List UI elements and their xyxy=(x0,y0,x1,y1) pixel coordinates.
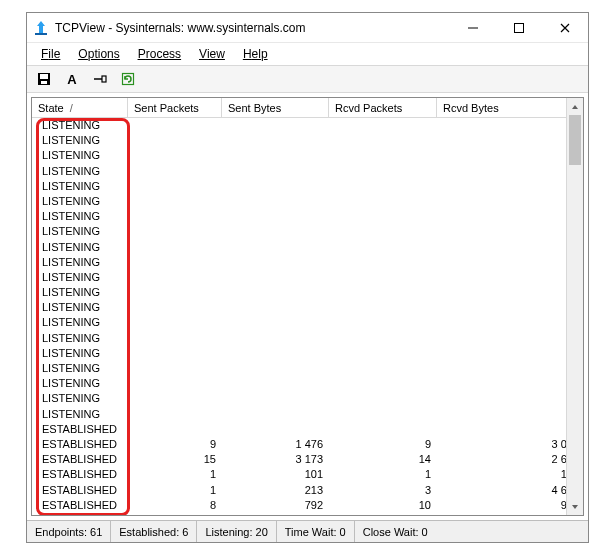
cell-sent-bytes xyxy=(222,118,329,133)
cell-sent-bytes xyxy=(222,209,329,224)
scroll-track[interactable] xyxy=(567,115,583,498)
status-established: Established: 6 xyxy=(111,521,197,542)
cell-rcvd-packets xyxy=(329,209,437,224)
cell-sent-packets xyxy=(128,407,222,422)
connector-button[interactable] xyxy=(89,68,111,90)
table-row[interactable]: LISTENING xyxy=(32,407,583,422)
col-rcvd-bytes[interactable]: Rcvd Bytes xyxy=(437,98,583,117)
cell-rcvd-bytes xyxy=(437,391,583,406)
table-row[interactable]: LISTENING xyxy=(32,209,583,224)
table-row[interactable]: LISTENING xyxy=(32,255,583,270)
cell-rcvd-bytes xyxy=(437,407,583,422)
menu-view[interactable]: View xyxy=(191,45,233,63)
cell-sent-bytes xyxy=(222,285,329,300)
cell-rcvd-packets xyxy=(329,407,437,422)
table-row[interactable]: LISTENING xyxy=(32,118,583,133)
cell-state: LISTENING xyxy=(32,391,128,406)
toolbar: A xyxy=(27,65,588,93)
cell-sent-bytes xyxy=(222,179,329,194)
table-row[interactable]: LISTENING xyxy=(32,240,583,255)
table-row[interactable]: LISTENING xyxy=(32,164,583,179)
cell-sent-bytes: 213 xyxy=(222,483,329,498)
cell-sent-bytes xyxy=(222,255,329,270)
scroll-down-button[interactable] xyxy=(567,498,583,515)
scroll-thumb[interactable] xyxy=(569,115,581,165)
cell-rcvd-bytes xyxy=(437,164,583,179)
status-timewait: Time Wait: 0 xyxy=(277,521,355,542)
menu-process[interactable]: Process xyxy=(130,45,189,63)
cell-rcvd-packets xyxy=(329,164,437,179)
table-row[interactable]: ESTABLISHED879210986 xyxy=(32,498,583,513)
vertical-scrollbar[interactable] xyxy=(566,98,583,515)
table-row[interactable]: LISTENING xyxy=(32,285,583,300)
letter-a-icon: A xyxy=(67,72,76,87)
cell-state: LISTENING xyxy=(32,361,128,376)
cell-sent-packets xyxy=(128,270,222,285)
status-closewait: Close Wait: 0 xyxy=(355,521,588,542)
cell-sent-packets xyxy=(128,255,222,270)
cell-state: LISTENING xyxy=(32,224,128,239)
table-row[interactable]: LISTENING xyxy=(32,194,583,209)
cell-rcvd-packets: 1 xyxy=(329,467,437,482)
cell-state: LISTENING xyxy=(32,240,128,255)
table-row[interactable]: LISTENING xyxy=(32,376,583,391)
col-sent-bytes[interactable]: Sent Bytes xyxy=(222,98,329,117)
table-row[interactable]: LISTENING xyxy=(32,224,583,239)
cell-rcvd-packets: 10 xyxy=(329,498,437,513)
minimize-button[interactable] xyxy=(450,13,496,42)
cell-rcvd-bytes: 2 654 xyxy=(437,452,583,467)
table-row[interactable]: LISTENING xyxy=(32,148,583,163)
close-button[interactable] xyxy=(542,13,588,42)
text-button[interactable]: A xyxy=(61,68,83,90)
table-row[interactable]: ESTABLISHED xyxy=(32,422,583,437)
col-sent-packets[interactable]: Sent Packets xyxy=(128,98,222,117)
table-row[interactable]: LISTENING xyxy=(32,270,583,285)
table-row[interactable]: LISTENING xyxy=(32,391,583,406)
cell-rcvd-bytes xyxy=(437,331,583,346)
table-row[interactable]: LISTENING xyxy=(32,315,583,330)
cell-rcvd-packets: 9 xyxy=(329,437,437,452)
col-state-label: State xyxy=(38,102,64,114)
cell-sent-packets xyxy=(128,361,222,376)
cell-sent-packets xyxy=(128,179,222,194)
cell-sent-bytes xyxy=(222,376,329,391)
table-row[interactable]: LISTENING xyxy=(32,361,583,376)
menu-file[interactable]: File xyxy=(33,45,68,63)
cell-rcvd-packets xyxy=(329,224,437,239)
save-button[interactable] xyxy=(33,68,55,90)
maximize-button[interactable] xyxy=(496,13,542,42)
app-window: TCPView - Sysinternals: www.sysinternals… xyxy=(26,12,589,543)
col-rcvd-packets[interactable]: Rcvd Packets xyxy=(329,98,437,117)
table-row[interactable]: LISTENING xyxy=(32,179,583,194)
table-row[interactable]: ESTABLISHED153 173142 654 xyxy=(32,452,583,467)
table-row[interactable]: LISTENING xyxy=(32,346,583,361)
table-row[interactable]: LISTENING xyxy=(32,331,583,346)
cell-rcvd-bytes xyxy=(437,240,583,255)
cell-sent-packets xyxy=(128,422,222,437)
svg-rect-5 xyxy=(41,81,47,84)
col-state[interactable]: State / xyxy=(32,98,128,117)
cell-state: LISTENING xyxy=(32,285,128,300)
window-controls xyxy=(450,13,588,42)
menu-help[interactable]: Help xyxy=(235,45,276,63)
table-row[interactable]: ESTABLISHED11011177 xyxy=(32,467,583,482)
cell-state: LISTENING xyxy=(32,407,128,422)
table-row[interactable]: LISTENING xyxy=(32,133,583,148)
cell-rcvd-packets: 14 xyxy=(329,452,437,467)
table-row[interactable]: LISTENING xyxy=(32,300,583,315)
table-row[interactable]: ESTABLISHED121334 647 xyxy=(32,483,583,498)
cell-sent-packets: 1 xyxy=(128,483,222,498)
cell-sent-packets xyxy=(128,300,222,315)
cell-sent-bytes xyxy=(222,240,329,255)
cell-sent-packets xyxy=(128,285,222,300)
menu-options[interactable]: Options xyxy=(70,45,127,63)
table-row[interactable]: ESTABLISHED91 47693 059 xyxy=(32,437,583,452)
rows-container: LISTENINGLISTENINGLISTENINGLISTENINGLIST… xyxy=(32,118,583,515)
status-listening: Listening: 20 xyxy=(197,521,276,542)
cell-rcvd-bytes xyxy=(437,179,583,194)
status-endpoints: Endpoints: 61 xyxy=(27,521,111,542)
scroll-up-button[interactable] xyxy=(567,98,583,115)
cell-rcvd-packets xyxy=(329,285,437,300)
refresh-button[interactable] xyxy=(117,68,139,90)
cell-rcvd-packets xyxy=(329,300,437,315)
